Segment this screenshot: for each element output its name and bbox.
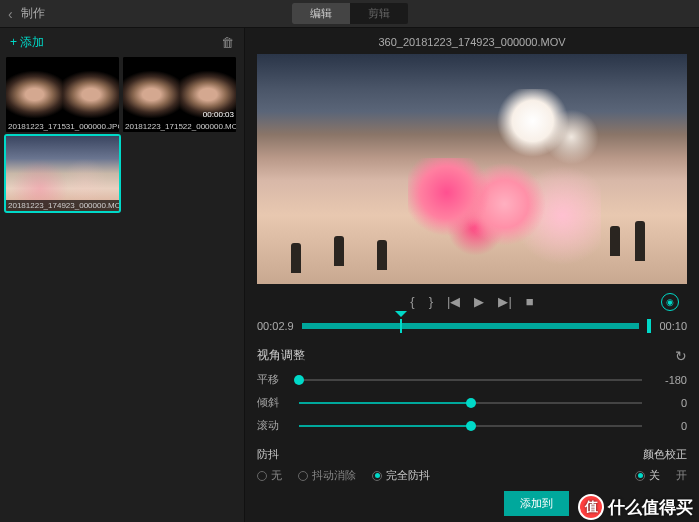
video-preview[interactable]: [257, 54, 687, 284]
stabilize-none[interactable]: 无: [257, 468, 282, 483]
timeline-end-marker[interactable]: [647, 319, 651, 333]
mark-out-button[interactable]: }: [429, 294, 433, 309]
trash-icon[interactable]: 🗑: [221, 35, 234, 50]
color-on[interactable]: 开: [676, 468, 687, 483]
color-title: 颜色校正: [635, 447, 687, 462]
gyro-icon[interactable]: ◉: [661, 293, 679, 311]
pan-slider[interactable]: [299, 379, 642, 381]
tab-edit[interactable]: 编辑: [292, 3, 350, 24]
playhead[interactable]: [400, 319, 402, 333]
stabilize-full[interactable]: 完全防抖: [372, 468, 430, 483]
media-thumb[interactable]: 20181223_171531_000000.JPG: [6, 57, 119, 132]
color-off[interactable]: 关: [635, 468, 660, 483]
time-current: 00:02.9: [257, 320, 294, 332]
thumb-filename: 20181223_171522_000000.MOV: [123, 121, 236, 132]
thumb-filename: 20181223_174923_000000.MOV: [6, 200, 119, 211]
transport-controls: { } |◀ ▶ ▶| ■ ◉: [257, 284, 687, 315]
app-header: ‹ 制作 编辑 剪辑: [0, 0, 699, 28]
roll-value: 0: [652, 420, 687, 432]
color-options: 关 开: [635, 468, 687, 483]
watermark-text: 什么值得买: [608, 496, 693, 519]
back-icon[interactable]: ‹: [8, 6, 13, 22]
stabilize-title: 防抖: [257, 447, 430, 462]
header-title: 制作: [21, 5, 45, 22]
editor-panel: 360_20181223_174923_000000.MOV { } |◀ ▶ …: [245, 28, 699, 522]
roll-slider[interactable]: [299, 425, 642, 427]
current-filename: 360_20181223_174923_000000.MOV: [257, 36, 687, 48]
media-sidebar: + 添加 🗑 20181223_171531_000000.JPG 00:00:…: [0, 28, 245, 522]
tilt-value: 0: [652, 397, 687, 409]
tilt-label: 倾斜: [257, 395, 289, 410]
add-to-button[interactable]: 添加到: [504, 491, 569, 516]
timeline-track[interactable]: [302, 323, 640, 329]
pan-label: 平移: [257, 372, 289, 387]
time-total: 00:10: [659, 320, 687, 332]
timeline: 00:02.9 00:10: [257, 315, 687, 343]
play-button[interactable]: ▶: [474, 294, 484, 309]
thumb-filename: 20181223_171531_000000.JPG: [6, 121, 119, 132]
stop-button[interactable]: ■: [526, 294, 534, 309]
mark-in-button[interactable]: {: [410, 294, 414, 309]
reset-icon[interactable]: ↻: [675, 348, 687, 364]
tab-clip[interactable]: 剪辑: [350, 3, 408, 24]
mode-tabs: 编辑 剪辑: [292, 3, 408, 24]
media-thumb[interactable]: 20181223_174923_000000.MOV: [6, 136, 119, 211]
prev-frame-button[interactable]: |◀: [447, 294, 460, 309]
roll-label: 滚动: [257, 418, 289, 433]
add-media-button[interactable]: + 添加: [10, 34, 44, 51]
tilt-slider[interactable]: [299, 402, 642, 404]
pan-value: -180: [652, 374, 687, 386]
stabilize-options: 无 抖动消除 完全防抖: [257, 468, 430, 483]
stabilize-remove[interactable]: 抖动消除: [298, 468, 356, 483]
adjust-title: 视角调整: [257, 347, 305, 364]
media-thumb[interactable]: 00:00:03 20181223_171522_000000.MOV: [123, 57, 236, 132]
next-frame-button[interactable]: ▶|: [498, 294, 511, 309]
watermark: 值 什么值得买: [578, 494, 693, 520]
watermark-badge: 值: [578, 494, 604, 520]
thumb-duration: 00:00:03: [203, 110, 234, 119]
